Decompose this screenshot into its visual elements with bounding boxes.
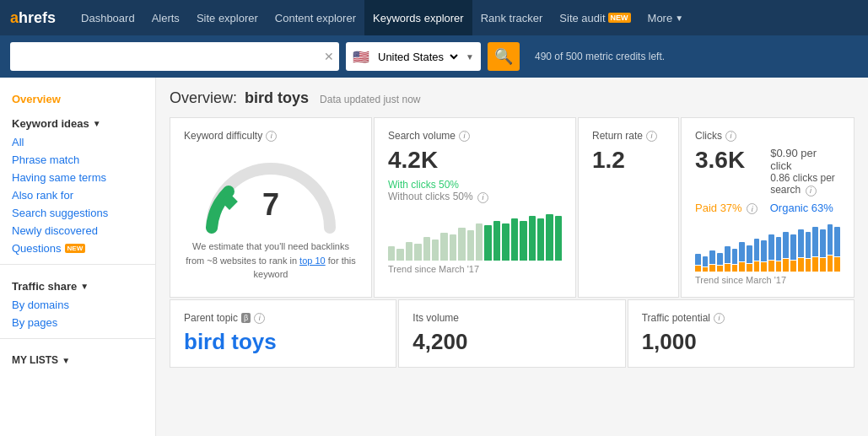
- sv-no-click-info[interactable]: i: [477, 192, 488, 203]
- search-button[interactable]: 🔍: [488, 42, 520, 71]
- sidebar-item-by-domains[interactable]: By domains: [0, 296, 155, 314]
- sv-value: 4.2K: [388, 147, 562, 174]
- paid-bar: [747, 264, 752, 272]
- nav-dashboard[interactable]: Dashboard: [73, 0, 143, 35]
- sv-bar: [388, 246, 395, 261]
- nav-site-explorer[interactable]: Site explorer: [188, 0, 267, 35]
- sidebar-my-lists[interactable]: MY LISTS ▼: [0, 346, 155, 369]
- organic-bar: [739, 242, 745, 261]
- sv-without-clicks: Without clicks 50% i: [388, 191, 562, 203]
- paid-info-icon[interactable]: i: [747, 203, 757, 214]
- clicks-bar-group: [739, 242, 745, 272]
- nav-content-explorer[interactable]: Content explorer: [267, 0, 364, 35]
- nav-more[interactable]: More ▼: [639, 0, 693, 35]
- organic-bar: [806, 232, 811, 259]
- new-badge: NEW: [608, 13, 631, 23]
- sidebar-item-also-rank[interactable]: Also rank for: [0, 186, 155, 204]
- parent-topic-value[interactable]: bird toys: [184, 329, 382, 355]
- cards-row: Keyword difficulty i 7 We estimate: [170, 117, 855, 298]
- tp-value: 1,000: [642, 329, 840, 355]
- sidebar-item-search-suggestions[interactable]: Search suggestions: [0, 204, 155, 222]
- search-icon: 🔍: [494, 47, 513, 66]
- sv-chart: [388, 210, 562, 261]
- sidebar-keyword-ideas: Keyword ideas ▼: [0, 109, 155, 133]
- tp-label: Traffic potential i: [642, 312, 840, 324]
- organic-bar: [761, 240, 767, 261]
- paid-bar: [828, 256, 833, 272]
- its-volume-card: Its volume 4,200: [398, 299, 625, 368]
- logo: ahrefs: [10, 9, 56, 27]
- clicks-bar-group: [747, 245, 752, 272]
- clicks-bar-group: [732, 249, 738, 272]
- bottom-row: Parent topic β i bird toys Its volume 4,…: [170, 299, 855, 368]
- clicks-trend-label: Trend since March '17: [695, 275, 840, 285]
- search-input-wrap: bird toys ✕: [10, 42, 339, 71]
- flag-icon: 🇺🇸: [353, 49, 369, 65]
- clicks-bar-group: [812, 227, 818, 272]
- organic-bar: [790, 234, 796, 260]
- country-selector[interactable]: 🇺🇸 United States ▼: [346, 42, 481, 71]
- nav-alerts[interactable]: Alerts: [143, 0, 188, 35]
- top-nav: ahrefs Dashboard Alerts Site explorer Co…: [0, 0, 868, 35]
- sv-info-icon[interactable]: i: [459, 131, 470, 142]
- difficulty-info-icon[interactable]: i: [266, 131, 277, 142]
- more-arrow-icon: ▼: [675, 13, 683, 23]
- paid-bar: [768, 261, 774, 272]
- sv-bar: [493, 221, 500, 261]
- clicks-label: Clicks i: [695, 130, 840, 142]
- paid-bar: [761, 262, 767, 272]
- sv-bar: [476, 223, 483, 261]
- paid-bar: [709, 265, 715, 272]
- clicks-top: 3.6K $0.90 per click 0.86 clicks per sea…: [695, 147, 840, 196]
- sidebar: Overview Keyword ideas ▼ All Phrase matc…: [0, 78, 156, 436]
- paid-bar: [806, 259, 811, 272]
- clicks-bar-group: [820, 229, 826, 272]
- nav-site-audit[interactable]: Site audit NEW: [551, 0, 639, 35]
- sidebar-divider-2: [0, 338, 155, 339]
- paid-organic: Paid 37% i Organic 63%: [695, 202, 840, 215]
- gauge: 7: [203, 153, 338, 229]
- sidebar-item-newly-discovered[interactable]: Newly discovered: [0, 222, 155, 240]
- sidebar-overview[interactable]: Overview: [0, 89, 155, 109]
- clicks-card: Clicks i 3.6K $0.90 per click 0.86 click…: [681, 117, 855, 298]
- nav-rank-tracker[interactable]: Rank tracker: [472, 0, 552, 35]
- difficulty-value: 7: [262, 187, 279, 223]
- paid-bar: [812, 257, 818, 272]
- paid-bar: [798, 258, 804, 272]
- organic-bar: [820, 229, 826, 257]
- organic-bar: [828, 224, 833, 255]
- sv-bar: [414, 244, 421, 260]
- its-volume-label: Its volume: [412, 312, 611, 324]
- organic-bar: [709, 250, 715, 265]
- tp-info-icon[interactable]: i: [714, 313, 725, 324]
- traffic-potential-card: Traffic potential i 1,000: [628, 299, 855, 368]
- search-input[interactable]: bird toys: [15, 51, 324, 63]
- organic-bar: [695, 254, 701, 265]
- sidebar-item-having-same-terms[interactable]: Having same terms: [0, 169, 155, 186]
- paid-bar: [739, 262, 745, 272]
- clear-input-icon[interactable]: ✕: [324, 50, 334, 63]
- clicks-info-icon[interactable]: i: [725, 131, 736, 142]
- clicks-chart: [695, 221, 840, 272]
- top10-link[interactable]: top 10: [299, 256, 326, 266]
- nav-keywords-explorer[interactable]: Keywords explorer: [364, 0, 472, 35]
- country-dropdown[interactable]: United States: [375, 50, 461, 64]
- organic-bar: [747, 245, 752, 263]
- paid-bar: [776, 261, 782, 272]
- rr-label: Return rate i: [592, 130, 665, 142]
- beta-badge: β: [241, 313, 251, 323]
- sv-bar: [406, 242, 412, 261]
- sidebar-item-questions[interactable]: Questions NEW: [0, 240, 155, 257]
- keyword-ideas-arrow: ▼: [93, 119, 101, 128]
- pt-info-icon[interactable]: i: [254, 313, 265, 324]
- sidebar-item-by-pages[interactable]: By pages: [0, 314, 155, 331]
- organic-bar: [812, 227, 818, 256]
- sidebar-item-phrase-match[interactable]: Phrase match: [0, 151, 155, 169]
- clicks-bar-group: [776, 237, 782, 272]
- sv-bar: [396, 249, 403, 261]
- difficulty-description: We estimate that you'll need backlinks f…: [184, 240, 358, 282]
- sidebar-divider: [0, 264, 155, 265]
- cps-info-icon[interactable]: i: [806, 186, 817, 196]
- rr-info-icon[interactable]: i: [646, 131, 657, 142]
- sidebar-item-all[interactable]: All: [0, 133, 155, 151]
